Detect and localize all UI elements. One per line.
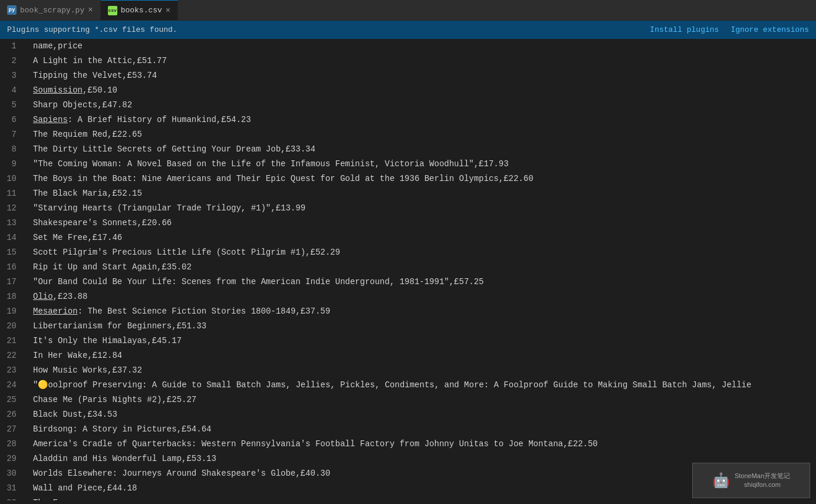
ignore-extensions-button[interactable]: Ignore extensions xyxy=(731,25,809,34)
line-number-6: 6 xyxy=(0,113,21,127)
line-number-28: 28 xyxy=(0,437,21,452)
code-line-25: Chase Me (Paris Nights #2),£25.27 xyxy=(33,393,816,407)
line-number-32: 32 xyxy=(0,496,21,500)
line-number-5: 5 xyxy=(0,98,21,113)
code-line-28: America's Cradle of Quarterbacks: Wester… xyxy=(33,437,816,452)
line-number-26: 26 xyxy=(0,407,21,422)
code-line-19: Mesaerion: The Best Science Fiction Stor… xyxy=(33,304,816,319)
code-line-3: Tipping the Velvet,£53.74 xyxy=(33,68,816,83)
code-line-5: Sharp Objects,£47.82 xyxy=(33,98,816,113)
line-number-1: 1 xyxy=(0,39,21,54)
line-number-30: 30 xyxy=(0,466,21,481)
code-line-12: "Starving Hearts (Triangular Trade Trilo… xyxy=(33,201,816,216)
py-file-icon: py xyxy=(7,5,17,15)
line-number-18: 18 xyxy=(0,289,21,304)
csv-file-icon: csv xyxy=(108,6,117,15)
line-number-17: 17 xyxy=(0,275,21,289)
line-number-19: 19 xyxy=(0,304,21,319)
line-number-2: 2 xyxy=(0,54,21,68)
line-number-10: 10 xyxy=(0,172,21,186)
line-number-15: 15 xyxy=(0,245,21,260)
line-number-13: 13 xyxy=(0,216,21,230)
code-line-9: "The Coming Woman: A Novel Based on the … xyxy=(33,157,816,172)
watermark-icon: 🤖 xyxy=(712,472,730,489)
code-line-21: It's Only the Himalayas,£45.17 xyxy=(33,334,816,348)
tab-bar: py book_scrapy.py × csv books.csv × xyxy=(0,0,816,21)
line-number-3: 3 xyxy=(0,68,21,83)
code-line-22: In Her Wake,£12.84 xyxy=(33,348,816,363)
code-line-17: "Our Band Could Be Your Life: Scenes fro… xyxy=(33,275,816,289)
line-number-8: 8 xyxy=(0,142,21,157)
tab-csv-close[interactable]: × xyxy=(166,6,170,15)
line-number-11: 11 xyxy=(0,186,21,201)
line-number-9: 9 xyxy=(0,157,21,172)
code-line-6: Sapiens: A Brief History of Humankind,£5… xyxy=(33,113,816,127)
line-number-22: 22 xyxy=(0,348,21,363)
code-line-26: Black Dust,£34.53 xyxy=(33,407,816,422)
line-number-12: 12 xyxy=(0,201,21,216)
code-line-1: name,price xyxy=(33,39,816,54)
line-numbers: 1234567891011121314151617181920212223242… xyxy=(0,39,28,500)
code-line-15: Scott Pilgrim's Precious Little Life (Sc… xyxy=(33,245,816,260)
code-line-13: Shakespeare's Sonnets,£20.66 xyxy=(33,216,816,230)
code-line-24: "🟡oolproof Preserving: A Guide to Small … xyxy=(33,378,816,393)
line-number-21: 21 xyxy=(0,334,21,348)
tab-py-label: book_scrapy.py xyxy=(20,6,84,15)
line-number-25: 25 xyxy=(0,393,21,407)
plugin-bar: Plugins supporting *.csv files found. In… xyxy=(0,21,816,39)
line-number-27: 27 xyxy=(0,422,21,437)
install-plugins-button[interactable]: Install plugins xyxy=(650,25,719,34)
code-line-16: Rip it Up and Start Again,£35.02 xyxy=(33,260,816,275)
code-line-11: The Black Maria,£52.15 xyxy=(33,186,816,201)
plugin-bar-actions: Install plugins Ignore extensions xyxy=(650,25,809,34)
editor: 1234567891011121314151617181920212223242… xyxy=(0,39,816,500)
code-line-2: A Light in the Attic,£51.77 xyxy=(33,54,816,68)
tab-csv[interactable]: csv books.csv × xyxy=(101,0,179,20)
line-number-23: 23 xyxy=(0,363,21,378)
tab-py[interactable]: py book_scrapy.py × xyxy=(0,0,101,20)
code-line-18: Olio,£23.88 xyxy=(33,289,816,304)
line-number-4: 4 xyxy=(0,83,21,98)
tab-py-close[interactable]: × xyxy=(88,6,93,14)
code-line-4: Soumission,£50.10 xyxy=(33,83,816,98)
watermark-text: StoneMan开发笔记shiqifon.com xyxy=(735,472,790,490)
line-number-16: 16 xyxy=(0,260,21,275)
plugin-bar-message: Plugins supporting *.csv files found. xyxy=(7,25,650,34)
line-number-14: 14 xyxy=(0,230,21,245)
code-line-8: The Dirty Little Secrets of Getting Your… xyxy=(33,142,816,157)
line-number-31: 31 xyxy=(0,481,21,496)
code-line-20: Libertarianism for Beginners,£51.33 xyxy=(33,319,816,334)
line-number-24: 24 xyxy=(0,378,21,393)
code-line-27: Birdsong: A Story in Pictures,£54.64 xyxy=(33,422,816,437)
code-line-14: Set Me Free,£17.46 xyxy=(33,230,816,245)
watermark: 🤖 StoneMan开发笔记shiqifon.com xyxy=(692,463,810,498)
line-number-29: 29 xyxy=(0,452,21,466)
line-number-20: 20 xyxy=(0,319,21,334)
code-line-7: The Requiem Red,£22.65 xyxy=(33,127,816,142)
code-line-10: The Boys in the Boat: Nine Americans and… xyxy=(33,172,816,186)
code-line-23: How Music Works,£37.32 xyxy=(33,363,816,378)
code-content[interactable]: name,priceA Light in the Attic,£51.77Tip… xyxy=(28,39,816,500)
tab-csv-label: books.csv xyxy=(121,6,162,15)
line-number-7: 7 xyxy=(0,127,21,142)
